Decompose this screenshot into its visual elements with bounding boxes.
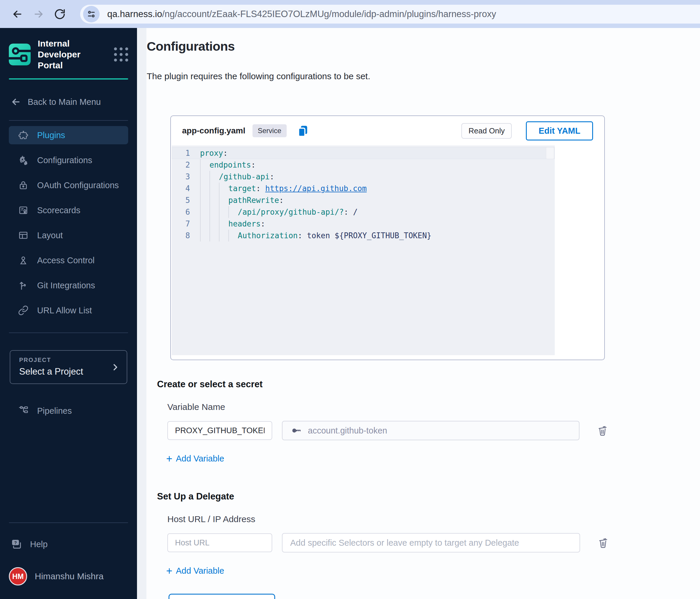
yaml-editor[interactable]: 1proxy:2endpoints:3/github-api:4target: … bbox=[172, 146, 555, 355]
save-button-partial[interactable] bbox=[169, 594, 275, 599]
sidebar-item-access-control[interactable]: Access Control bbox=[9, 251, 128, 269]
sidebar-item-label: Plugins bbox=[37, 130, 65, 140]
help-chat-icon: ? bbox=[10, 538, 22, 550]
sidebar-item-pipelines[interactable]: Pipelines bbox=[9, 402, 128, 420]
browser-back-button[interactable] bbox=[10, 7, 24, 21]
trash-icon bbox=[597, 537, 609, 549]
editor-scrollbar-thumb[interactable] bbox=[546, 147, 554, 159]
secret-select-field[interactable]: account.github-token bbox=[282, 421, 579, 440]
reload-icon bbox=[54, 8, 66, 20]
person-icon bbox=[18, 255, 29, 266]
project-selector[interactable]: PROJECT Select a Project bbox=[10, 350, 127, 384]
help-label: Help bbox=[30, 540, 48, 549]
code-line: 6/api/proxy/github-api/?: / bbox=[172, 206, 555, 218]
sidebar-divider bbox=[9, 120, 128, 121]
trash-icon bbox=[597, 425, 608, 437]
gears-icon bbox=[18, 155, 29, 166]
user-name: Himanshu Mishra bbox=[35, 571, 103, 581]
edit-yaml-button[interactable]: Edit YAML bbox=[526, 121, 593, 140]
sidebar-divider bbox=[9, 333, 128, 333]
sidebar-item-configurations[interactable]: Configurations bbox=[9, 151, 128, 169]
app-title: Internal Developer Portal bbox=[38, 38, 108, 71]
content-left-gutter bbox=[137, 28, 146, 599]
idp-logo bbox=[9, 44, 31, 66]
sidebar-item-scorecards[interactable]: Scorecards bbox=[9, 201, 128, 219]
add-variable-link[interactable]: + Add Variable bbox=[166, 454, 224, 464]
read-only-badge: Read Only bbox=[461, 123, 512, 139]
sidebar-item-label: Pipelines bbox=[37, 406, 72, 416]
page-title: Configurations bbox=[147, 28, 700, 54]
host-url-input[interactable] bbox=[167, 533, 272, 552]
git-branch-icon bbox=[18, 280, 29, 291]
sidebar-item-url-allow-list[interactable]: URL Allow List bbox=[9, 301, 128, 319]
delete-delegate-button[interactable] bbox=[597, 537, 609, 549]
pipelines-icon bbox=[18, 405, 29, 416]
back-to-main-menu-label: Back to Main Menu bbox=[28, 97, 101, 107]
variable-name-input[interactable] bbox=[167, 421, 272, 440]
variable-name-label: Variable Name bbox=[167, 402, 700, 412]
code-line: 4target: https://api.github.com bbox=[172, 183, 555, 194]
sidebar-item-label: Layout bbox=[37, 231, 63, 240]
sidebar-divider bbox=[9, 522, 128, 523]
sidebar-item-oauth-configurations[interactable]: OAuth Configurations bbox=[9, 176, 128, 194]
project-value: Select a Project bbox=[19, 366, 119, 377]
back-arrow-icon bbox=[10, 97, 21, 107]
lock-icon bbox=[18, 180, 29, 191]
variable-row: account.github-token bbox=[167, 421, 700, 440]
sidebar-item-label: OAuth Configurations bbox=[37, 181, 119, 190]
delegate-section: Set Up a Delegate Host URL / IP Address … bbox=[147, 491, 700, 576]
url-path: /ng/account/zEaak-FLS425IEO7OLzMUg/modul… bbox=[162, 9, 496, 19]
service-badge: Service bbox=[252, 124, 287, 137]
key-icon bbox=[291, 425, 302, 436]
plus-icon: + bbox=[166, 567, 172, 575]
sidebar-item-label: Git Integrations bbox=[37, 281, 95, 290]
code-lines: 1proxy:2endpoints:3/github-api:4target: … bbox=[172, 147, 555, 241]
code-line: 8Authorization: token ${PROXY_GITHUB_TOK… bbox=[172, 230, 555, 241]
sidebar-accent-rule bbox=[9, 78, 128, 79]
main-content: Configurations The plugin requires the f… bbox=[137, 28, 700, 599]
user-profile[interactable]: HM Himanshu Mishra bbox=[9, 567, 128, 585]
chevron-right-icon bbox=[111, 363, 120, 372]
secret-section: Create or select a secret Variable Name … bbox=[147, 379, 700, 464]
yaml-filename: app-config.yaml bbox=[182, 126, 245, 135]
avatar: HM bbox=[9, 567, 27, 585]
svg-text:?: ? bbox=[14, 540, 17, 545]
sidebar-item-plugins[interactable]: Plugins bbox=[9, 126, 128, 144]
project-label: PROJECT bbox=[19, 357, 119, 363]
page-subtitle: The plugin requires the following config… bbox=[147, 71, 700, 81]
help-item[interactable]: ? Help bbox=[10, 538, 128, 550]
puzzle-icon bbox=[18, 130, 29, 141]
code-line: 7headers: bbox=[172, 218, 555, 230]
copy-icon[interactable] bbox=[297, 125, 308, 137]
sidebar: Internal Developer Portal Back to Main M… bbox=[0, 28, 137, 599]
layout-icon bbox=[18, 230, 29, 241]
delete-variable-button[interactable] bbox=[597, 425, 608, 437]
code-line: 1proxy: bbox=[172, 147, 555, 159]
code-line: 3/github-api: bbox=[172, 171, 555, 183]
delegate-section-heading: Set Up a Delegate bbox=[157, 491, 700, 502]
link-icon bbox=[18, 305, 29, 316]
sidebar-item-label: Access Control bbox=[37, 256, 95, 265]
site-settings-icon[interactable] bbox=[83, 6, 100, 22]
sidebar-item-layout[interactable]: Layout bbox=[9, 226, 128, 244]
url-text: qa.harness.io/ng/account/zEaak-FLS425IEO… bbox=[107, 9, 496, 20]
browser-reload-button[interactable] bbox=[53, 7, 67, 21]
url-domain: qa.harness.io bbox=[107, 9, 162, 19]
address-bar[interactable]: qa.harness.io/ng/account/zEaak-FLS425IEO… bbox=[80, 5, 700, 24]
sidebar-item-label: Configurations bbox=[37, 156, 92, 165]
back-to-main-menu[interactable]: Back to Main Menu bbox=[10, 97, 128, 107]
forward-arrow-icon bbox=[33, 8, 45, 20]
back-arrow-icon bbox=[11, 8, 23, 20]
secret-value: account.github-token bbox=[308, 426, 387, 436]
yaml-editor-card: app-config.yaml Service Read Only Edit Y… bbox=[170, 115, 605, 360]
browser-toolbar: qa.harness.io/ng/account/zEaak-FLS425IEO… bbox=[0, 0, 700, 28]
browser-forward-button[interactable] bbox=[32, 7, 45, 21]
code-line: 2endpoints: bbox=[172, 159, 555, 171]
selectors-input[interactable] bbox=[282, 533, 580, 552]
module-grid-icon[interactable] bbox=[114, 47, 128, 61]
delegate-row bbox=[167, 533, 700, 552]
sidebar-item-label: URL Allow List bbox=[37, 306, 92, 315]
add-variable-link[interactable]: + Add Variable bbox=[166, 566, 224, 576]
sidebar-item-git-integrations[interactable]: Git Integrations bbox=[9, 276, 128, 294]
code-line: 5pathRewrite: bbox=[172, 194, 555, 206]
